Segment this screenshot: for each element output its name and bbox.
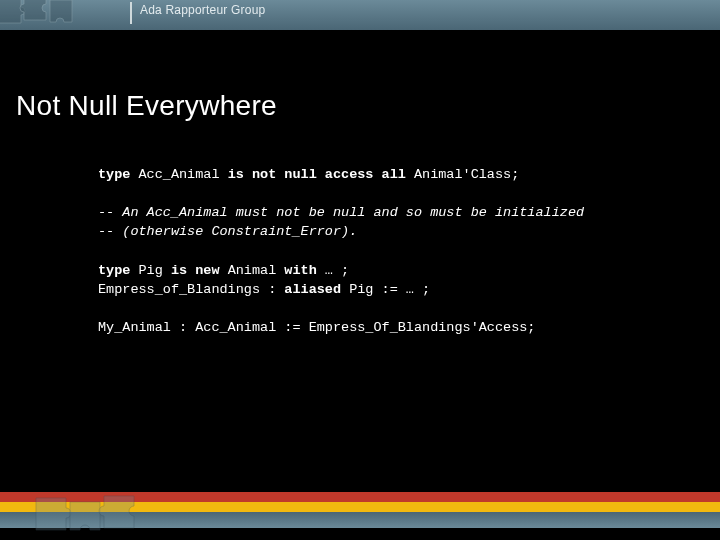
code-text: Animal'Class;	[406, 167, 519, 182]
puzzle-icon-header	[0, 0, 114, 38]
code-text: My_Animal : Acc_Animal := Empress_Of_Bla…	[98, 320, 535, 335]
code-kw: type	[98, 263, 130, 278]
code-text: Pig := … ;	[341, 282, 430, 297]
header-divider	[130, 2, 132, 24]
code-text: Acc_Animal	[130, 167, 227, 182]
code-text: Pig	[130, 263, 171, 278]
header-group-label: Ada Rapporteur Group	[140, 3, 265, 17]
code-text: Animal	[220, 263, 285, 278]
code-comment: -- An Acc_Animal must not be null and so…	[98, 205, 584, 220]
slide: Ada Rapporteur Group Not Null Everywhere…	[0, 0, 720, 540]
code-kw: is new	[171, 263, 220, 278]
puzzle-icon-footer	[30, 480, 180, 540]
code-kw: type	[98, 167, 130, 182]
code-text: … ;	[317, 263, 349, 278]
code-text: Empress_of_Blandings :	[98, 282, 284, 297]
code-comment: -- (otherwise Constraint_Error).	[98, 224, 357, 239]
code-kw: is not null access all	[228, 167, 406, 182]
code-block: type Acc_Animal is not null access all A…	[98, 165, 658, 337]
slide-title: Not Null Everywhere	[16, 90, 277, 122]
code-kw: aliased	[284, 282, 341, 297]
code-kw: with	[284, 263, 316, 278]
